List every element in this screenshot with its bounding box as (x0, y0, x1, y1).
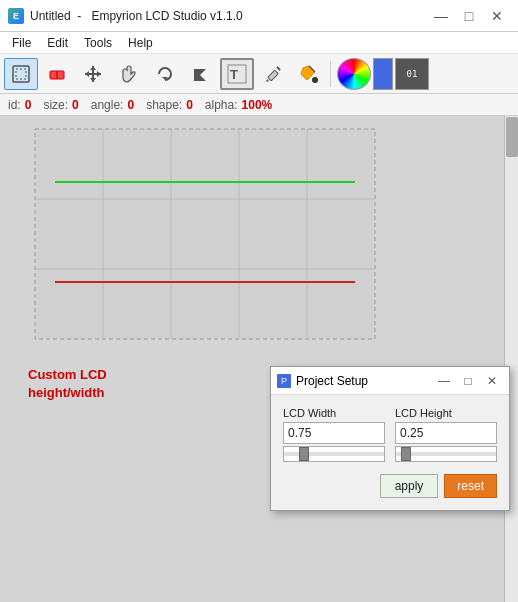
dialog-title-text: Project Setup (296, 374, 368, 388)
fill-icon (299, 64, 319, 84)
pan-icon (119, 64, 139, 84)
maximize-button[interactable]: □ (456, 6, 482, 26)
alpha-label: alpha: (205, 98, 238, 112)
alpha-value: 100% (242, 98, 273, 112)
size-value: 0 (72, 98, 79, 112)
id-label: id: (8, 98, 21, 112)
text-icon: T (227, 64, 247, 84)
erase-tool-button[interactable] (40, 58, 74, 90)
title-bar-controls: — □ ✕ (428, 6, 510, 26)
select-tool-button[interactable] (4, 58, 38, 90)
document-title: Untitled (30, 9, 71, 23)
menu-bar: File Edit Tools Help (0, 32, 518, 54)
dialog-close-button[interactable]: ✕ (481, 372, 503, 390)
dialog-minimize-button[interactable]: — (433, 372, 455, 390)
rotate-icon (155, 64, 175, 84)
lcd-height-group: LCD Height (395, 407, 497, 462)
svg-point-17 (312, 77, 318, 83)
toolbar: T 01 (0, 54, 518, 94)
svg-rect-15 (268, 70, 279, 81)
scrollbar-right[interactable] (504, 116, 518, 602)
svg-line-14 (277, 67, 280, 70)
svg-marker-11 (194, 69, 206, 81)
custom-lcd-line1: Custom LCD (28, 366, 107, 384)
dialog-maximize-button[interactable]: □ (457, 372, 479, 390)
shape-value: 0 (186, 98, 193, 112)
lcd-height-input[interactable] (395, 422, 497, 444)
eyedrop-icon (263, 64, 283, 84)
canvas-grid (0, 116, 504, 602)
status-angle: angle: 0 (91, 98, 134, 112)
move-icon (83, 64, 103, 84)
color-wheel[interactable] (337, 58, 371, 90)
reset-button[interactable]: reset (444, 474, 497, 498)
svg-rect-1 (16, 69, 26, 79)
toolbar-separator-1 (330, 61, 331, 87)
window-title: Untitled - Empyrion LCD Studio v1.1.0 (30, 9, 243, 23)
color-swatch[interactable] (373, 58, 393, 90)
rotate-tool-button[interactable] (148, 58, 182, 90)
menu-file[interactable]: File (4, 34, 39, 52)
lcd-width-slider[interactable] (283, 446, 385, 462)
title-bar: E Untitled - Empyrion LCD Studio v1.1.0 … (0, 0, 518, 32)
status-id: id: 0 (8, 98, 31, 112)
dialog-buttons: apply reset (283, 474, 497, 498)
lcd-width-group: LCD Width (283, 407, 385, 462)
svg-text:T: T (230, 67, 238, 82)
arrow-tool-button[interactable] (184, 58, 218, 90)
grid-svg (30, 124, 518, 364)
status-alpha: alpha: 100% (205, 98, 272, 112)
lcd-height-slider-thumb[interactable] (401, 447, 411, 461)
close-button[interactable]: ✕ (484, 6, 510, 26)
eyedrop-tool-button[interactable] (256, 58, 290, 90)
title-separator: - (74, 9, 88, 23)
angle-value: 0 (127, 98, 134, 112)
menu-tools[interactable]: Tools (76, 34, 120, 52)
custom-lcd-text: Custom LCD height/width (28, 366, 107, 402)
svg-rect-18 (35, 129, 375, 339)
select-icon (11, 64, 31, 84)
minimize-button[interactable]: — (428, 6, 454, 26)
svg-rect-0 (13, 66, 29, 82)
erase-icon (47, 64, 67, 84)
svg-marker-6 (90, 66, 96, 70)
main-canvas-area[interactable]: Custom LCD height/width P Project Setup … (0, 116, 518, 602)
custom-lcd-line2: height/width (28, 384, 107, 402)
lcd-height-label: LCD Height (395, 407, 497, 419)
code-button[interactable]: 01 (395, 58, 429, 90)
shape-label: shape: (146, 98, 182, 112)
svg-marker-9 (97, 71, 101, 77)
dialog-title-bar: P Project Setup — □ ✕ (271, 367, 509, 395)
pan-tool-button[interactable] (112, 58, 146, 90)
id-value: 0 (25, 98, 32, 112)
status-bar: id: 0 size: 0 angle: 0 shape: 0 alpha: 1… (0, 94, 518, 116)
size-label: size: (43, 98, 68, 112)
lcd-width-label: LCD Width (283, 407, 385, 419)
fill-tool-button[interactable] (292, 58, 326, 90)
dialog-fields: LCD Width LCD Height (283, 407, 497, 462)
lcd-width-slider-track (284, 452, 384, 456)
scrollbar-thumb[interactable] (506, 117, 518, 157)
app-icon: E (8, 8, 24, 24)
title-bar-left: E Untitled - Empyrion LCD Studio v1.1.0 (8, 8, 243, 24)
menu-edit[interactable]: Edit (39, 34, 76, 52)
menu-help[interactable]: Help (120, 34, 161, 52)
dialog-icon: P (277, 374, 291, 388)
dialog-title-left: P Project Setup (277, 374, 368, 388)
lcd-height-slider-track (396, 452, 496, 456)
app-name: Empyrion LCD Studio v1.1.0 (91, 9, 242, 23)
arrow-icon (191, 64, 211, 84)
text-tool-button[interactable]: T (220, 58, 254, 90)
apply-button[interactable]: apply (380, 474, 439, 498)
status-shape: shape: 0 (146, 98, 193, 112)
dialog-controls: — □ ✕ (433, 372, 503, 390)
lcd-height-slider[interactable] (395, 446, 497, 462)
move-tool-button[interactable] (76, 58, 110, 90)
lcd-width-input[interactable] (283, 422, 385, 444)
svg-marker-7 (90, 78, 96, 82)
svg-marker-8 (85, 71, 89, 77)
status-size: size: 0 (43, 98, 78, 112)
project-setup-dialog: P Project Setup — □ ✕ LCD Width (270, 366, 510, 511)
lcd-width-slider-thumb[interactable] (299, 447, 309, 461)
dialog-content: LCD Width LCD Height (271, 395, 509, 510)
